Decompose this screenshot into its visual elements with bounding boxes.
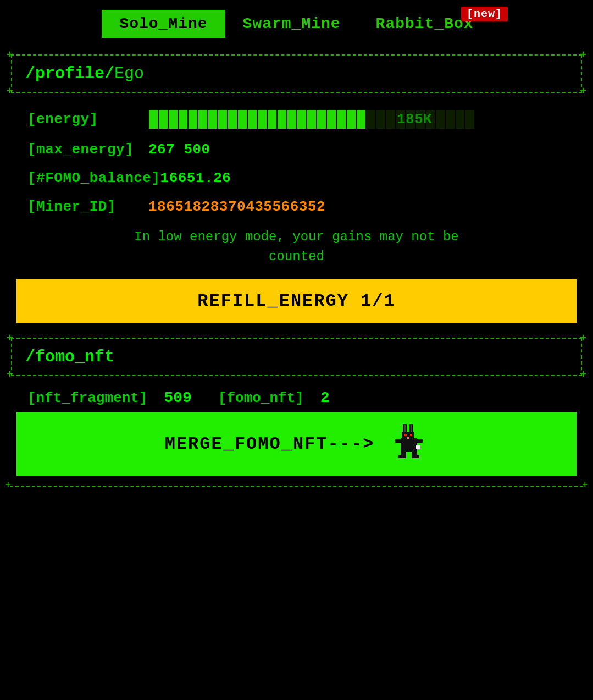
fomo-balance-row: [#FOMO_balance] 16651.26 [27, 170, 566, 186]
energy-cell-31 [455, 109, 465, 129]
energy-cell-2 [168, 109, 178, 129]
fomo-nft-title: /fomo_nft [25, 348, 568, 366]
energy-cell-22 [366, 109, 376, 129]
energy-cell-27 [415, 109, 425, 129]
miner-id-row: [Miner_ID] 18651828370435566352 [27, 199, 566, 215]
energy-cell-7 [218, 109, 228, 129]
svg-rect-5 [411, 425, 412, 432]
corner-bl: + [7, 86, 13, 97]
energy-cell-0 [148, 109, 158, 129]
energy-cell-26 [406, 109, 415, 129]
energy-label: [energy] [27, 111, 148, 128]
max-energy-row: [max_energy] 267 500 [27, 141, 566, 158]
merge-button-label: MERGE_FOMO_NFT---> [165, 434, 375, 454]
corner-br: + [580, 86, 586, 97]
fomo-corner-bl: + [7, 370, 13, 381]
warning-line2: counted [269, 249, 324, 264]
energy-row: [energy] 185K [27, 109, 566, 129]
energy-cell-5 [198, 109, 208, 129]
svg-rect-6 [404, 434, 407, 436]
energy-cell-10 [247, 109, 257, 129]
energy-cell-17 [317, 109, 326, 129]
corner-tl: + [7, 50, 13, 61]
svg-rect-1 [402, 432, 414, 442]
nft-fragment-value: 509 [164, 389, 191, 406]
fomo-nft-box-inner: + + + + /fomo_nft [11, 338, 582, 376]
energy-cell-9 [237, 109, 247, 129]
energy-cell-12 [267, 109, 277, 129]
fomo-balance-label: [#FOMO_balance] [27, 170, 160, 186]
energy-cell-29 [435, 109, 445, 129]
fomo-nft-label: [fomo_nft] [218, 390, 304, 406]
profile-title: /profile/Ego [25, 64, 568, 83]
svg-rect-12 [412, 455, 419, 458]
energy-cell-21 [356, 109, 366, 129]
nft-fragment-label: [nft_fragment] [27, 390, 147, 406]
fomo-nft-value: 2 [320, 389, 330, 406]
energy-cell-11 [257, 109, 267, 129]
fomo-corner-tr: + [580, 333, 586, 344]
energy-cell-1 [158, 109, 168, 129]
stats-area: [energy] 185K [max_energy] 267 500 [#FOM… [27, 109, 566, 215]
svg-rect-4 [404, 425, 406, 432]
energy-cell-30 [445, 109, 455, 129]
profile-section: + + + + /profile/Ego [10, 53, 583, 94]
nft-stats-row: [nft_fragment] 509 [fomo_nft] 2 [27, 389, 566, 406]
tabs-container: Solo_Mine Swarm_Mine Rabbit_Box [new] [0, 0, 593, 43]
svg-rect-7 [410, 434, 412, 436]
svg-rect-11 [398, 455, 406, 458]
energy-cell-28 [425, 109, 435, 129]
tab-solo-mine[interactable]: Solo_Mine [102, 10, 225, 38]
energy-cell-13 [277, 109, 287, 129]
energy-cell-14 [287, 109, 297, 129]
energy-cell-23 [376, 109, 386, 129]
energy-cell-19 [336, 109, 346, 129]
tab-swarm-mine[interactable]: Swarm_Mine [225, 10, 358, 38]
profile-title-light: Ego [114, 64, 144, 83]
refill-energy-button[interactable]: REFILL_ENERGY 1/1 [16, 279, 577, 323]
corner-tr: + [580, 50, 586, 61]
svg-rect-13 [395, 439, 402, 443]
rabbit-icon [390, 422, 428, 466]
profile-box-inner: + + + + /profile/Ego [11, 54, 582, 93]
energy-cell-6 [208, 109, 218, 129]
energy-cell-4 [188, 109, 198, 129]
energy-cell-25 [396, 109, 406, 129]
energy-bar [148, 109, 385, 129]
bottom-divider: + + [10, 486, 583, 487]
energy-cell-16 [307, 109, 317, 129]
fomo-nft-section: + + + + /fomo_nft [10, 337, 583, 377]
max-energy-label: [max_energy] [27, 141, 148, 158]
max-energy-value: 267 500 [148, 141, 210, 158]
fomo-corner-tl: + [7, 333, 13, 344]
svg-rect-8 [407, 437, 409, 439]
svg-rect-15 [416, 445, 420, 449]
energy-cell-15 [297, 109, 307, 129]
merge-fomo-nft-button[interactable]: MERGE_FOMO_NFT---> [16, 412, 577, 476]
energy-cell-8 [228, 109, 237, 129]
energy-cell-18 [326, 109, 336, 129]
miner-id-value: 18651828370435566352 [148, 199, 325, 215]
energy-cell-24 [386, 109, 396, 129]
profile-title-bold: /profile/ [25, 64, 114, 83]
warning-text: In low energy mode, your gains may not b… [27, 227, 566, 267]
energy-cell-32 [465, 109, 475, 129]
svg-rect-14 [416, 439, 423, 443]
warning-line1: In low energy mode, your gains may not b… [134, 229, 459, 244]
fomo-corner-br: + [580, 370, 586, 381]
energy-cell-3 [178, 109, 188, 129]
new-badge: [new] [461, 7, 508, 21]
energy-cell-20 [346, 109, 356, 129]
fomo-balance-value: 16651.26 [160, 170, 231, 186]
tab-bar: Solo_Mine Swarm_Mine Rabbit_Box [102, 10, 491, 38]
miner-id-label: [Miner_ID] [27, 199, 148, 215]
